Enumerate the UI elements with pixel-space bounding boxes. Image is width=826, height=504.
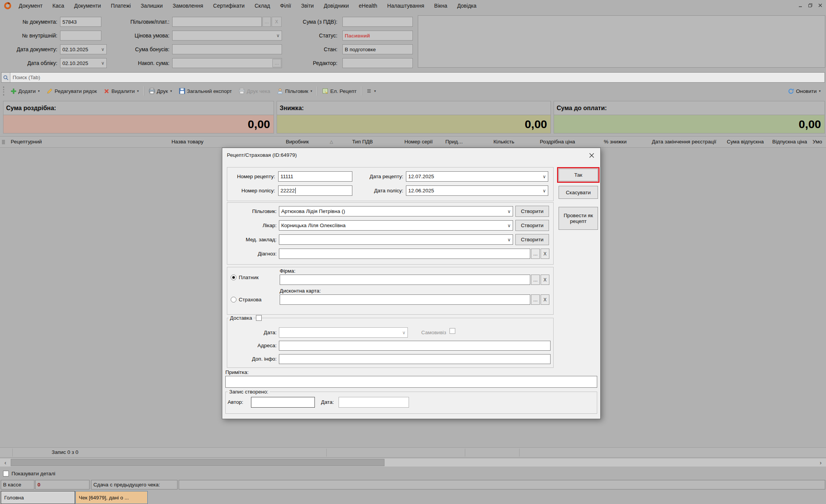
chevron-down-icon[interactable]: ∨	[507, 223, 511, 228]
chevron-down-icon[interactable]: ∨	[543, 188, 546, 193]
column-header-recipe[interactable]: Рецептурний	[11, 137, 76, 147]
column-header-discount-percent[interactable]: % знижки	[588, 137, 642, 147]
chevron-down-icon[interactable]: ∨	[507, 209, 511, 214]
diagnosis-input[interactable]	[279, 249, 530, 259]
recipe-date-combo[interactable]: 12.07.2025∨	[406, 171, 548, 182]
doc-number-field[interactable]: 57843	[60, 17, 101, 27]
doctor-combo[interactable]: Корницька Ліля Олексіївна∨	[279, 220, 513, 231]
view-options-button[interactable]: ▾	[363, 85, 380, 97]
show-details-label: Показувати деталі	[11, 471, 55, 476]
price-condition-combo[interactable]: ∨	[172, 31, 282, 41]
menu-item-reports[interactable]: Звіти	[296, 0, 319, 11]
menu-item-directories[interactable]: Довідники	[319, 0, 354, 11]
dialog-beneficiary-combo[interactable]: Артюхова Лідія Петрівна ()∨	[279, 206, 513, 216]
status-field: Пасивний	[342, 31, 413, 41]
accum-sum-field[interactable]	[172, 58, 282, 68]
column-header-vat-type[interactable]: Тип ПДВ	[339, 137, 386, 147]
tab-check-64979[interactable]: Чек [64979], дані о ...	[75, 491, 148, 504]
policy-date-combo[interactable]: 12.06.2025∨	[406, 185, 548, 196]
close-icon[interactable]	[818, 3, 823, 8]
create-doctor-button[interactable]: Створити	[515, 220, 549, 231]
column-header-registration-end-date[interactable]: Дата закінчення реєстрації	[646, 137, 722, 147]
tab-main[interactable]: Головна	[1, 491, 75, 504]
firm-browse-button[interactable]: …	[531, 275, 540, 285]
chevron-down-icon[interactable]: ∨	[543, 174, 546, 179]
create-beneficiary-button[interactable]: Створити	[515, 206, 549, 217]
scroll-left-icon[interactable]: ‹	[0, 458, 11, 467]
column-header-umo[interactable]: Умо	[813, 137, 826, 147]
scrollbar-thumb[interactable]	[11, 459, 384, 466]
recipe-date-value: 12.07.2025	[408, 174, 434, 179]
add-info-input[interactable]	[279, 354, 551, 364]
export-button-label: Загальний експорт	[187, 88, 232, 94]
doctor-label: Лікар:	[225, 220, 277, 231]
menu-item-document[interactable]: Документ	[14, 0, 47, 11]
firm-clear-button[interactable]: X	[541, 275, 549, 285]
add-button[interactable]: Додати▾	[7, 85, 43, 97]
recipe-number-input[interactable]: 11111	[278, 171, 352, 182]
edit-row-button[interactable]: Редагувати рядок	[43, 85, 100, 97]
menu-item-warehouse[interactable]: Склад	[249, 0, 275, 11]
column-header-retail-price[interactable]: Роздрібна ціна	[531, 137, 584, 147]
horizontal-scrollbar[interactable]: ‹ ›	[0, 458, 826, 467]
column-header-quantity[interactable]: Кількість	[477, 137, 531, 147]
column-header-dispense-sum[interactable]: Сума відпускна	[722, 137, 768, 147]
menu-item-help[interactable]: Довідка	[452, 0, 481, 11]
menu-item-certificates[interactable]: Сертифікати	[208, 0, 249, 11]
sort-ascending-icon[interactable]: △	[330, 139, 333, 144]
menu-item-settings[interactable]: Налаштування	[382, 0, 429, 11]
create-med-institution-button[interactable]: Створити	[515, 234, 549, 245]
discount-card-input[interactable]	[280, 294, 530, 305]
toolbar-grip[interactable]	[3, 86, 4, 96]
cancel-button[interactable]: Скасувати	[559, 186, 598, 199]
person-icon	[277, 88, 283, 94]
menu-item-branches[interactable]: Філії	[275, 0, 296, 11]
print-button[interactable]: Друк▾	[145, 85, 176, 97]
address-input[interactable]	[279, 341, 551, 351]
minimize-icon[interactable]	[798, 3, 803, 8]
diagnosis-browse-button[interactable]: …	[531, 249, 540, 259]
post-as-recipe-button[interactable]: Провести як рецепт	[559, 207, 598, 230]
show-details-checkbox[interactable]	[3, 471, 9, 476]
yes-button[interactable]: Так	[559, 169, 598, 181]
diagnosis-clear-button[interactable]: X	[541, 249, 549, 259]
chevron-down-icon[interactable]: ∨	[507, 237, 511, 242]
delivery-checkbox[interactable]	[256, 315, 262, 321]
menu-item-kasa[interactable]: Каса	[47, 0, 69, 11]
beneficiary-button[interactable]: Пільговик▾	[274, 85, 316, 97]
note-textarea[interactable]	[225, 376, 597, 388]
internal-number-field[interactable]	[60, 31, 101, 41]
policy-number-input[interactable]: 22222	[278, 185, 352, 196]
discount-card-clear-button[interactable]: X	[541, 294, 549, 305]
column-header-product-name[interactable]: Назва товару	[92, 137, 283, 147]
dialog-close-icon[interactable]	[587, 151, 596, 159]
column-header-prid[interactable]: Прид…	[443, 137, 466, 147]
menu-item-ehealth[interactable]: eHealth	[354, 0, 382, 11]
scroll-right-icon[interactable]: ›	[815, 458, 826, 467]
menu-item-orders[interactable]: Замовлення	[168, 0, 208, 11]
payer-radio[interactable]	[231, 275, 236, 280]
sum-vat-field[interactable]	[342, 17, 413, 27]
discount-card-browse-button[interactable]: …	[531, 294, 540, 305]
column-header-series-number[interactable]: Номер серії	[392, 137, 445, 147]
e-recipe-button[interactable]: Ел. Рецепт	[319, 85, 360, 97]
column-header-manufacturer[interactable]: Виробник	[272, 137, 322, 147]
sum-vat-label: Сума (з ПДВ):	[267, 17, 337, 27]
refresh-button[interactable]: Оновити▾	[788, 84, 821, 98]
insurance-radio[interactable]	[231, 297, 236, 302]
policy-date-label: Дата полісу:	[355, 185, 403, 196]
bonus-sum-field[interactable]	[172, 44, 282, 54]
menu-item-payments[interactable]: Платежі	[106, 0, 136, 11]
export-button[interactable]: Загальний експорт	[176, 85, 236, 97]
author-input[interactable]	[251, 397, 315, 408]
delete-button[interactable]: Видалити▾	[100, 85, 142, 97]
med-institution-combo[interactable]: ∨	[279, 234, 513, 245]
search-input[interactable]: Поиск (Tab)	[1, 72, 825, 83]
restore-icon[interactable]	[808, 3, 813, 8]
menu-item-stock[interactable]: Залишки	[136, 0, 168, 11]
created-date-input[interactable]	[339, 397, 409, 408]
menu-item-windows[interactable]: Вікна	[429, 0, 452, 11]
menu-item-documents[interactable]: Документи	[69, 0, 106, 11]
firm-input[interactable]	[280, 275, 530, 285]
column-header-dispense-price[interactable]: Відпускна ціна	[767, 137, 813, 147]
